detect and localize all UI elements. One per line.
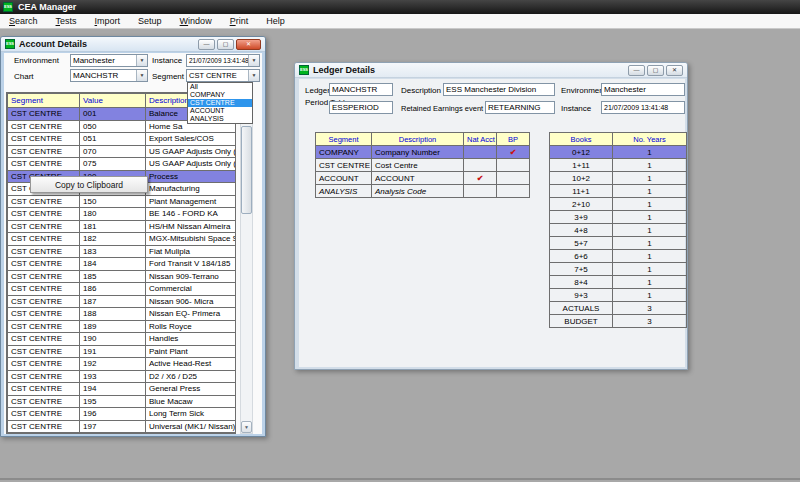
- book-cell: 8+4: [550, 276, 613, 289]
- chevron-down-icon[interactable]: ▼: [136, 55, 147, 66]
- column-header-value[interactable]: Value: [80, 94, 146, 108]
- segment-cell: CST CENTRE: [8, 145, 80, 158]
- vertical-scrollbar[interactable]: ▲ ▼: [240, 92, 253, 434]
- segment-cell: CST CENTRE: [8, 308, 80, 321]
- table-row[interactable]: 9+3 1: [550, 289, 687, 302]
- environment-combo[interactable]: Manchester ▼: [70, 54, 148, 67]
- table-row[interactable]: ACTUALS 3: [550, 302, 687, 315]
- scroll-thumb[interactable]: [241, 126, 252, 214]
- table-row[interactable]: 5+7 1: [550, 237, 687, 250]
- table-row[interactable]: 0+12 1: [550, 146, 687, 159]
- menu-item-help[interactable]: Help: [257, 15, 294, 27]
- chevron-down-icon[interactable]: ▼: [136, 70, 147, 81]
- table-row[interactable]: CST CENTRE 186 Commercial: [8, 283, 237, 296]
- menu-item-search[interactable]: Search: [0, 15, 47, 27]
- table-row[interactable]: 11+1 1: [550, 185, 687, 198]
- minimize-button[interactable]: —: [628, 65, 645, 76]
- table-row[interactable]: CST CENTRE 181 HS/HM Nissan Almeira: [8, 220, 237, 233]
- books-table: Books No. Years 0+12 1 1+11 1: [549, 132, 687, 328]
- table-row[interactable]: CST CENTRE 189 Rolls Royce: [8, 320, 237, 333]
- table-row[interactable]: CST CENTRE 196 Long Term Sick: [8, 408, 237, 421]
- ledger-window-title-bar[interactable]: ESS Ledger Details — ▢ ✕: [295, 63, 687, 78]
- table-row[interactable]: CST CENTRE 193 D2 / X6 / D25: [8, 370, 237, 383]
- table-row[interactable]: CST CENTRE 197 Universal (MK1/ Nissan): [8, 420, 237, 433]
- close-button[interactable]: ✕: [236, 39, 261, 50]
- account-table: Segment Value Description CST CENTRE 001…: [6, 92, 236, 434]
- maximize-button[interactable]: ▢: [217, 39, 234, 50]
- segment-cell: CST CENTRE: [316, 159, 372, 172]
- segment-combo[interactable]: CST CENTRE ▼: [186, 69, 260, 82]
- table-row[interactable]: CST CENTRE 150 Plant Management: [8, 195, 237, 208]
- period-table-label: Period Table: [305, 99, 329, 107]
- minimize-button[interactable]: —: [198, 39, 215, 50]
- table-row[interactable]: ANALYSIS Analysis Code: [316, 185, 530, 198]
- description-field[interactable]: ESS Manchester Division: [443, 83, 555, 96]
- column-header-nat-acct: Nat Acct: [464, 133, 497, 146]
- table-row[interactable]: CST CENTRE 190 Handles: [8, 333, 237, 346]
- description-cell: BE 146 - FORD KA: [146, 208, 237, 221]
- table-row[interactable]: 6+6 1: [550, 250, 687, 263]
- menu-item-setup[interactable]: Setup: [129, 15, 171, 27]
- chevron-down-icon[interactable]: ▼: [248, 70, 259, 81]
- column-header-segment[interactable]: Segment: [8, 94, 80, 108]
- table-row[interactable]: CST CENTRE 194 General Press: [8, 383, 237, 396]
- table-row[interactable]: CST CENTRE 195 Blue Macaw: [8, 395, 237, 408]
- table-row[interactable]: CST CENTRE 051 Export Sales/COS: [8, 133, 237, 146]
- dropdown-item[interactable]: CST CENTRE: [188, 99, 252, 107]
- menu-item-print[interactable]: Print: [221, 15, 258, 27]
- table-row[interactable]: CST CENTRE 182 MGX-Mitsubishi Space Star: [8, 233, 237, 246]
- period-table-field[interactable]: ESSPERIOD: [329, 101, 393, 114]
- segment-dropdown-list[interactable]: All COMPANY CST CENTRE ACCOUNT ANALYSIS: [187, 82, 253, 124]
- table-row[interactable]: CST CENTRE 185 Nissan 909-Terrano: [8, 270, 237, 283]
- menu-item-import[interactable]: Import: [86, 15, 130, 27]
- table-row[interactable]: 10+2 1: [550, 172, 687, 185]
- scroll-down-button[interactable]: ▼: [241, 421, 252, 433]
- description-cell: Export Sales/COS: [146, 133, 237, 146]
- column-header-books: Books: [550, 133, 613, 146]
- table-row[interactable]: CST CENTRE Cost Centre: [316, 159, 530, 172]
- segment-cell: CST CENTRE: [8, 158, 80, 171]
- table-row[interactable]: 8+4 1: [550, 276, 687, 289]
- table-row[interactable]: 2+10 1: [550, 198, 687, 211]
- menu-item-window[interactable]: Window: [171, 15, 221, 27]
- nat-acct-check-cell: [464, 185, 497, 198]
- context-menu-item-copy-to-clipboard[interactable]: Copy to Clipboard: [55, 180, 123, 190]
- value-cell: 050: [80, 120, 146, 133]
- dropdown-item[interactable]: ACCOUNT: [188, 107, 252, 115]
- table-row[interactable]: 7+5 1: [550, 263, 687, 276]
- table-row[interactable]: 4+8 1: [550, 224, 687, 237]
- ledger-field[interactable]: MANCHSTR: [329, 83, 393, 96]
- table-row[interactable]: CST CENTRE 183 Fiat Mulipla: [8, 245, 237, 258]
- dropdown-item[interactable]: COMPANY: [188, 91, 252, 99]
- table-row[interactable]: CST CENTRE 075 US GAAP Adjusts Only (LOC…: [8, 158, 237, 171]
- menu-item-tests[interactable]: Tests: [47, 15, 86, 27]
- table-row[interactable]: CST CENTRE 070 US GAAP Adjusts Only (LAD…: [8, 145, 237, 158]
- table-row[interactable]: CST CENTRE 180 BE 146 - FORD KA: [8, 208, 237, 221]
- instance-combo[interactable]: 21/07/2009 13:41:48 ▼: [186, 54, 260, 67]
- table-row[interactable]: CST CENTRE 187 Nissan 906- Micra: [8, 295, 237, 308]
- retained-earnings-field[interactable]: RETEARNING: [485, 101, 555, 114]
- description-cell: Paint Plant: [146, 345, 237, 358]
- table-row[interactable]: COMPANY Company Number ✔: [316, 146, 530, 159]
- close-button[interactable]: ✕: [666, 65, 683, 76]
- chart-combo[interactable]: MANCHSTR ▼: [70, 69, 148, 82]
- table-row[interactable]: CST CENTRE 191 Paint Plant: [8, 345, 237, 358]
- table-row[interactable]: CST CENTRE 192 Active Head-Rest: [8, 358, 237, 371]
- table-row[interactable]: 1+11 1: [550, 159, 687, 172]
- segment-cell: CST CENTRE: [8, 120, 80, 133]
- account-window-title-bar[interactable]: ESS Account Details — ▢ ✕: [1, 37, 265, 52]
- maximize-button[interactable]: ▢: [647, 65, 664, 76]
- table-row[interactable]: ACCOUNT ACCOUNT ✔: [316, 172, 530, 185]
- dropdown-item[interactable]: ANALYSIS: [188, 115, 252, 123]
- chevron-down-icon[interactable]: ▼: [248, 55, 259, 66]
- nat-acct-check-cell: ✔: [464, 172, 497, 185]
- segment-cell: CST CENTRE: [8, 370, 80, 383]
- dropdown-item[interactable]: All: [188, 83, 252, 91]
- instance-field[interactable]: 21/07/2009 13:41:48: [601, 101, 685, 114]
- table-row[interactable]: 3+9 1: [550, 211, 687, 224]
- table-row[interactable]: CST CENTRE 184 Ford Transit V 184/185: [8, 258, 237, 271]
- table-row[interactable]: BUDGET 3: [550, 315, 687, 328]
- table-row[interactable]: CST CENTRE 188 Nissan EQ- Primera: [8, 308, 237, 321]
- table-row[interactable]: CST CENTRE 198: [8, 433, 237, 435]
- environment-field[interactable]: Manchester: [601, 83, 685, 96]
